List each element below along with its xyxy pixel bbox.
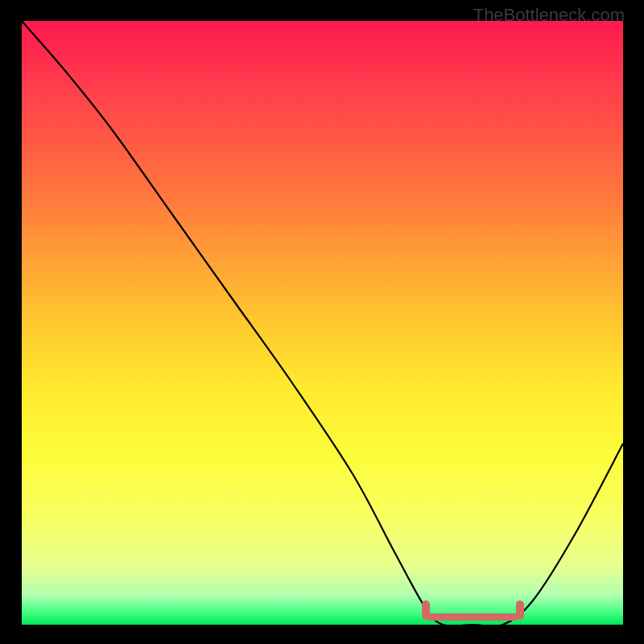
chart-plot-area [22, 21, 623, 625]
highlight-right-cap [516, 601, 524, 620]
gradient-background [22, 21, 623, 625]
highlight-bar [427, 613, 518, 621]
